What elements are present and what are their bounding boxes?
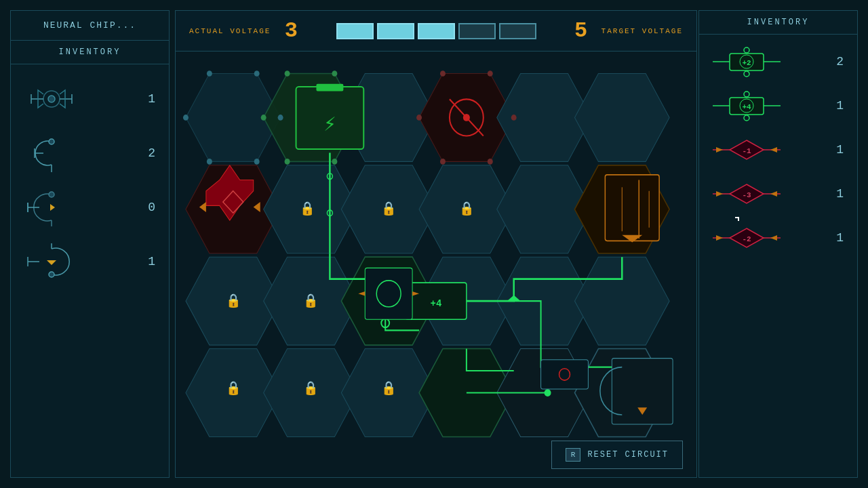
svg-marker-88 (412, 291, 419, 296)
voltage-bar (311, 23, 560, 39)
circuit-traces: 🔒 🔒 🔒 🔒 🔒 🔒 🔒 🔒 ⚡ (176, 52, 696, 477)
svg-marker-68 (206, 165, 254, 220)
inv-count-3: 0 (138, 201, 155, 214)
svg-point-48 (416, 115, 422, 121)
svg-text:🔒: 🔒 (300, 200, 315, 217)
voltage-segment-5 (499, 23, 536, 39)
svg-marker-8 (264, 73, 359, 161)
svg-point-79 (618, 389, 625, 396)
svg-marker-7 (186, 73, 281, 161)
svg-point-97 (744, 47, 749, 53)
svg-point-3 (49, 192, 54, 197)
svg-marker-10 (419, 73, 514, 161)
svg-marker-87 (358, 291, 365, 296)
svg-point-61 (463, 114, 470, 121)
inv-count-1: 1 (138, 92, 155, 106)
circuit-grid[interactable]: 🔒 🔒 🔒 🔒 🔒 🔒 🔒 🔒 ⚡ (176, 52, 696, 477)
target-voltage-value: 5 (571, 18, 591, 43)
svg-point-35 (207, 159, 212, 165)
svg-text:🔒: 🔒 (381, 380, 397, 397)
svg-marker-70 (199, 202, 206, 212)
list-item: -1 1 (706, 129, 850, 170)
svg-text:⚡: ⚡ (323, 113, 336, 137)
svg-point-32 (254, 70, 260, 77)
right-connector-icon-4: -3 (713, 177, 781, 211)
svg-marker-71 (254, 202, 260, 212)
svg-marker-14 (264, 165, 359, 253)
svg-marker-9 (341, 73, 436, 161)
cursor-indicator (735, 217, 739, 221)
right-inv-count-2: 1 (827, 99, 844, 113)
svg-text:+2: +2 (742, 59, 751, 67)
actual-voltage-value: 3 (281, 18, 301, 43)
svg-marker-122 (716, 235, 723, 241)
svg-point-31 (207, 70, 212, 77)
list-item: 0 (18, 183, 162, 232)
list-item: -3 1 (706, 174, 850, 214)
list-item: +4 1 (706, 85, 850, 126)
svg-text:🔒: 🔒 (226, 292, 241, 309)
svg-point-104 (744, 92, 749, 97)
right-panel: INVENTORY +2 2 (698, 10, 858, 478)
svg-rect-81 (541, 360, 589, 389)
header-bar: ACTUAL VOLTAGE 3 5 TARGET VOLTAGE (176, 11, 696, 52)
voltage-segment-1 (336, 23, 374, 39)
svg-marker-28 (419, 349, 514, 437)
svg-rect-75 (406, 283, 467, 319)
svg-text:-2: -2 (742, 235, 751, 243)
inv-count-2: 2 (138, 146, 155, 160)
svg-marker-4 (50, 204, 55, 211)
svg-marker-111 (770, 147, 777, 152)
main-area: ACTUAL VOLTAGE 3 5 TARGET VOLTAGE (175, 10, 697, 478)
svg-point-90 (327, 174, 332, 180)
svg-rect-57 (296, 87, 364, 149)
svg-marker-84 (637, 407, 647, 415)
right-inv-count-3: 1 (827, 143, 844, 157)
target-voltage-label: TARGET VOLTAGE (601, 27, 683, 35)
svg-marker-110 (716, 147, 723, 152)
left-inventory-label: INVENTORY (11, 41, 169, 64)
right-inventory-items: +2 2 +4 (699, 35, 857, 265)
connector-icon-2 (24, 133, 79, 174)
panel-title: NEURAL CHIP... (11, 11, 169, 41)
svg-marker-117 (770, 191, 777, 197)
svg-marker-15 (341, 165, 436, 253)
reset-circuit-button[interactable]: R RESET CIRCUIT (551, 441, 683, 469)
svg-text:+4: +4 (431, 298, 442, 309)
svg-marker-22 (419, 257, 514, 345)
voltage-segment-2 (377, 23, 414, 39)
svg-marker-67 (622, 235, 642, 243)
svg-line-62 (450, 99, 484, 136)
svg-point-45 (511, 115, 517, 121)
svg-marker-20 (264, 257, 359, 345)
svg-point-39 (355, 115, 361, 121)
svg-marker-29 (497, 349, 592, 437)
svg-point-82 (559, 369, 570, 380)
svg-marker-77 (378, 295, 392, 301)
svg-point-37 (285, 70, 290, 77)
svg-point-42 (261, 115, 267, 121)
svg-marker-11 (497, 73, 592, 161)
svg-point-86 (376, 281, 401, 307)
svg-text:🔒: 🔒 (303, 292, 319, 309)
voltage-segment-3 (418, 23, 455, 39)
svg-rect-58 (316, 84, 343, 92)
connector-icon-1 (24, 79, 79, 119)
svg-text:🔒: 🔒 (226, 380, 241, 397)
svg-point-44 (488, 70, 493, 77)
svg-marker-12 (574, 73, 669, 161)
svg-point-47 (440, 159, 446, 165)
list-item: -2 1 (706, 218, 850, 258)
list-item: 1 (18, 237, 162, 286)
svg-point-74 (425, 297, 433, 306)
svg-text:🔒: 🔒 (381, 200, 397, 217)
svg-point-98 (744, 71, 749, 77)
right-inv-count-5: 1 (827, 231, 844, 245)
right-connector-icon-3: -1 (713, 133, 781, 167)
svg-marker-26 (264, 349, 359, 437)
svg-point-5 (49, 272, 54, 277)
svg-marker-30 (574, 349, 669, 437)
svg-text:🔒: 🔒 (303, 380, 319, 397)
svg-marker-23 (497, 257, 592, 345)
list-item: +2 2 (706, 41, 850, 82)
